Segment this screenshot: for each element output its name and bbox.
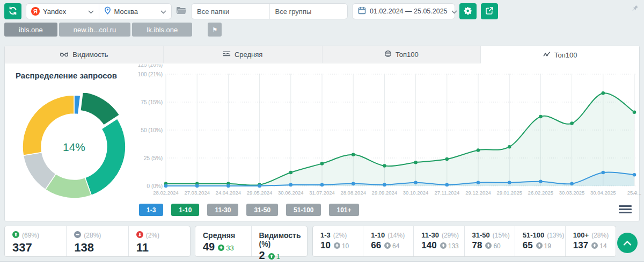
- stat-percent: (2%): [146, 232, 159, 239]
- data-point-1-10[interactable]: [570, 121, 574, 125]
- circle-arrow-up-icon: [334, 242, 340, 250]
- legend-button-11-30[interactable]: 11-30: [207, 204, 238, 216]
- data-point-1-3[interactable]: [633, 173, 636, 177]
- range-stat-cell: 31-50(15%)7860: [465, 226, 515, 256]
- export-button[interactable]: [481, 3, 498, 19]
- tab-average[interactable]: Средняя: [164, 46, 323, 63]
- data-point-1-10[interactable]: [383, 164, 386, 168]
- chevron-up-icon: [623, 239, 632, 247]
- donut-segment-1-3[interactable]: [74, 95, 80, 114]
- x-axis-tick: 30.06.2024: [274, 190, 308, 196]
- x-axis-tick: 24.04.2024: [211, 190, 245, 196]
- x-axis-more-arrow[interactable]: →: [632, 189, 638, 196]
- range-stat-cell: 11-30(29%)140133: [414, 226, 464, 256]
- data-point-1-10[interactable]: [352, 153, 355, 156]
- legend-button-101+[interactable]: 101+: [329, 204, 358, 216]
- circle-arrow-up-icon: [12, 231, 19, 240]
- donut-segment-1-10[interactable]: [80, 93, 120, 125]
- stat-percent: (14%): [387, 232, 405, 239]
- data-point-1-10[interactable]: [320, 162, 324, 166]
- data-point-1-10[interactable]: [602, 91, 605, 95]
- donut-segment-11-30[interactable]: [85, 119, 126, 196]
- legend-button-1-3[interactable]: 1-3: [139, 204, 163, 216]
- folder-button[interactable]: [176, 6, 187, 17]
- circle-arrow-up-icon: [536, 242, 543, 250]
- tab-top100-chart[interactable]: Топ100: [481, 46, 639, 63]
- search-engine-value: Yandex: [43, 8, 85, 16]
- data-point-1-3[interactable]: [539, 179, 543, 183]
- project-tab[interactable]: ibls.one: [4, 23, 57, 37]
- stat-value: 138: [74, 241, 94, 255]
- stat-delta: 1: [276, 253, 280, 261]
- search-engine-select[interactable]: Я Yandex: [26, 4, 99, 19]
- data-point-1-3[interactable]: [445, 183, 449, 187]
- tab-label: Топ100: [396, 51, 419, 59]
- range-stat-cell: 1-3(2%)1010: [313, 226, 363, 256]
- legend-button-1-10[interactable]: 1-10: [171, 204, 199, 216]
- data-point-1-10[interactable]: [445, 157, 449, 161]
- folders-input[interactable]: [192, 4, 269, 19]
- stat-delta: 60: [493, 242, 500, 250]
- x-axis-tick: 31.07.2024: [305, 190, 339, 196]
- donut-center-label: 14%: [47, 141, 101, 154]
- tab-visibility[interactable]: Видимость: [5, 46, 164, 63]
- data-point-1-3[interactable]: [477, 181, 480, 184]
- stat-label: 1-10: [371, 231, 385, 239]
- data-point-1-10[interactable]: [508, 145, 511, 149]
- ranges-stats-card: 1-3(2%)10101-10(14%)666411-30(29%)140133…: [312, 226, 616, 257]
- summary-stat-cell: (2%)11: [129, 226, 190, 256]
- data-point-1-3[interactable]: [164, 184, 168, 188]
- export-icon: [485, 6, 494, 17]
- data-point-1-10[interactable]: [289, 171, 293, 175]
- data-point-1-3[interactable]: [195, 184, 199, 188]
- legend-button-51-100[interactable]: 51-100: [286, 204, 321, 216]
- data-point-1-3[interactable]: [289, 183, 293, 187]
- tab-label: Видимость: [72, 51, 108, 59]
- settings-button[interactable]: [459, 3, 477, 19]
- data-point-1-10[interactable]: [477, 148, 480, 152]
- groups-input[interactable]: [270, 4, 348, 19]
- project-tab[interactable]: new.ib...col.ru: [59, 23, 131, 37]
- x-axis-tick: 29.05.2024: [243, 190, 277, 196]
- pushpin-icon[interactable]: [632, 4, 639, 14]
- data-point-1-3[interactable]: [383, 183, 386, 187]
- data-point-1-3[interactable]: [352, 182, 355, 186]
- circle-arrow-up-icon: [485, 242, 492, 250]
- stat-value: 10: [320, 240, 331, 251]
- circle-minus-icon: [74, 231, 81, 240]
- data-point-1-3[interactable]: [414, 181, 418, 184]
- x-axis-tick: 29.01.2025: [492, 190, 526, 196]
- project-flag-button[interactable]: ⚑: [208, 23, 222, 37]
- average-lines-icon: [223, 51, 231, 59]
- data-point-1-3[interactable]: [258, 184, 261, 188]
- legend-button-31-50[interactable]: 31-50: [246, 204, 278, 216]
- circle-arrow-up-icon: [268, 253, 275, 261]
- tab-top100-table[interactable]: Топ100: [323, 46, 481, 63]
- data-point-1-3[interactable]: [570, 182, 574, 186]
- circle-arrow-up-icon: [440, 242, 447, 250]
- data-point-1-10[interactable]: [633, 110, 636, 114]
- line-chart[interactable]: [139, 69, 639, 199]
- burger-icon[interactable]: [619, 205, 632, 213]
- range-stat-cell: 1-10(14%)6664: [363, 226, 414, 256]
- date-range-select[interactable]: 01.02.2024 — 25.05.2025: [352, 3, 455, 19]
- calendar-icon: [358, 6, 366, 17]
- location-pin-icon: [104, 6, 111, 17]
- data-point-1-3[interactable]: [508, 181, 511, 184]
- range-stat-cell: 51-100(13%)6519: [515, 226, 566, 256]
- date-range-value: 01.02.2024 — 25.05.2025: [370, 8, 448, 15]
- refresh-button[interactable]: [4, 3, 21, 19]
- stat-delta: 133: [448, 242, 459, 250]
- region-select[interactable]: Москва: [99, 4, 172, 19]
- data-point-1-10[interactable]: [539, 115, 543, 119]
- data-point-1-10[interactable]: [414, 161, 418, 164]
- bottom-bar: [0, 261, 644, 266]
- data-point-1-3[interactable]: [320, 183, 324, 187]
- stat-value: 49: [203, 241, 215, 253]
- scroll-top-button[interactable]: [617, 233, 638, 253]
- data-point-1-3[interactable]: [226, 184, 230, 188]
- donut-title: Распределение запросов: [16, 71, 117, 80]
- data-point-1-3[interactable]: [602, 171, 605, 175]
- y-axis-tick: 100 (21%): [125, 71, 163, 77]
- project-tab[interactable]: lk.ibls.one: [132, 23, 192, 37]
